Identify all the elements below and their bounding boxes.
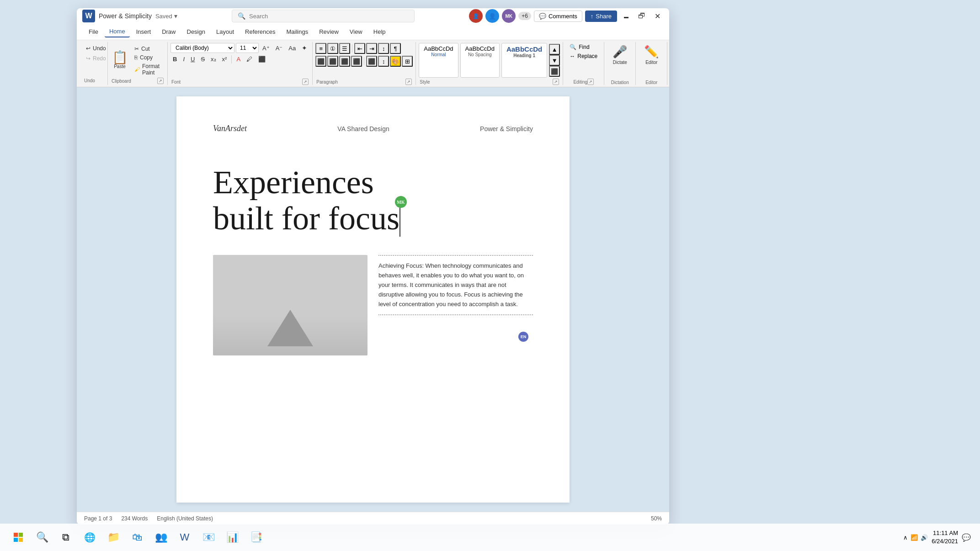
taskbar-excel[interactable]: 📊	[223, 528, 241, 546]
taskbar-store[interactable]: 🛍	[128, 528, 146, 546]
line-spacing-button[interactable]: ↕	[378, 56, 389, 67]
font-case-button[interactable]: Aa	[286, 44, 298, 53]
collaborator-badge-mk: MK	[395, 196, 407, 208]
body-text[interactable]: Achieving Focus: When technology communi…	[378, 261, 533, 309]
chevron-icon[interactable]: ∧	[903, 534, 908, 541]
style-no-spacing[interactable]: AaBbCcDd No Spacing	[460, 43, 500, 78]
paste-button[interactable]: 📋 Paste	[110, 43, 130, 77]
editor-button[interactable]: ✏️ Editor	[640, 43, 662, 67]
shading-button[interactable]: 🎨	[390, 56, 401, 67]
menu-draw[interactable]: Draw	[157, 26, 180, 37]
taskbar-teams[interactable]: 👥	[152, 528, 170, 546]
taskbar-edge[interactable]: 🌐	[80, 528, 99, 546]
underline-button[interactable]: U	[188, 55, 197, 64]
columns-button[interactable]: ⬛	[366, 56, 377, 67]
paragraph-expand-button[interactable]: ↗	[405, 79, 412, 85]
redo-button[interactable]: ↪ Redo	[83, 54, 105, 63]
italic-button[interactable]: I	[181, 55, 187, 64]
style-expand-button[interactable]: ↗	[553, 79, 559, 85]
document-heading[interactable]: Experiences built for focus MK	[213, 164, 533, 237]
multilevel-button[interactable]: ☰	[339, 43, 350, 54]
menu-home[interactable]: Home	[105, 26, 130, 37]
style-up-button[interactable]: ▲	[549, 44, 560, 55]
numbering-button[interactable]: ①	[327, 43, 338, 54]
close-button[interactable]: ✕	[651, 10, 664, 22]
bold-button[interactable]: B	[170, 55, 179, 64]
time-display: 11:11 AM	[932, 529, 958, 537]
text-highlight-button[interactable]: ⬛	[256, 55, 268, 64]
wifi-icon[interactable]: 📶	[911, 534, 918, 541]
volume-icon[interactable]: 🔊	[921, 534, 928, 541]
share-button[interactable]: ↑ Share	[585, 11, 617, 22]
style-heading1[interactable]: AaBbCcDd Heading 1	[501, 43, 547, 78]
dictate-icon: 🎤	[612, 45, 627, 59]
menu-file[interactable]: File	[84, 26, 103, 37]
avatar-user1: 👤	[469, 9, 483, 23]
strikethrough-button[interactable]: S	[198, 55, 207, 64]
font-decrease-button[interactable]: A⁻	[273, 44, 285, 53]
document-page[interactable]: VanArsdet VA Shared Design Power & Simpl…	[176, 96, 570, 503]
font-clear-button[interactable]: ✦	[299, 43, 309, 53]
taskbar-search[interactable]: 🔍	[33, 528, 51, 546]
notification-button[interactable]: 💬	[962, 533, 971, 542]
search-box[interactable]: 🔍	[232, 10, 415, 22]
subscript-button[interactable]: x₂	[208, 55, 218, 64]
task-view-button[interactable]: ⧉	[57, 528, 75, 546]
font-color-button[interactable]: A	[234, 55, 243, 64]
taskbar-word[interactable]: W	[176, 528, 194, 546]
search-icon: 🔍	[238, 12, 245, 20]
menu-layout[interactable]: Layout	[212, 26, 239, 37]
paragraph-group: ≡ ① ☰ ⇤ ⇥ ↕ ¶ ⬛ ⬛ ⬛ ⬛ ⬛ ↕ 🎨 ⊞ Par	[313, 42, 416, 85]
clipboard-sub-buttons: ✂ Cut ⎘ Copy 🖌 Format Paint	[132, 43, 165, 77]
align-left-button[interactable]: ⬛	[315, 56, 326, 67]
taskbar-file-explorer[interactable]: 📁	[104, 528, 122, 546]
align-center-button[interactable]: ⬛	[327, 56, 338, 67]
menu-mailings[interactable]: Mailings	[282, 26, 313, 37]
clipboard-expand[interactable]: ↗	[157, 78, 164, 84]
align-right-button[interactable]: ⬛	[339, 56, 350, 67]
replace-button[interactable]: ↔ Replace	[568, 52, 599, 60]
style-normal[interactable]: AaBbCcDd Normal	[419, 43, 458, 78]
word-logo: W	[82, 10, 95, 22]
style-down-button[interactable]: ▼	[549, 55, 560, 66]
superscript-button[interactable]: x²	[220, 55, 229, 64]
cut-button[interactable]: ✂ Cut	[132, 45, 165, 53]
restore-button[interactable]: 🗗	[635, 10, 648, 22]
menu-view[interactable]: View	[345, 26, 367, 37]
show-formatting-button[interactable]: ¶	[390, 43, 401, 54]
format-paint-button[interactable]: 🖌 Format Paint	[132, 62, 165, 77]
menu-references[interactable]: References	[240, 26, 280, 37]
dictate-button[interactable]: 🎤 Dictate	[609, 43, 631, 67]
comments-button[interactable]: 💬 Comments	[534, 11, 582, 22]
font-group: Calibri (Body) 11 A⁺ A⁻ Aa ✦ B I U S x₂ …	[168, 42, 313, 85]
ribbon: ↩ Undo ↪ Redo Undo 📋 Paste	[77, 40, 669, 87]
font-expand-button[interactable]: ↗	[302, 79, 309, 85]
justify-button[interactable]: ⬛	[351, 56, 362, 67]
taskbar-outlook[interactable]: 📧	[199, 528, 218, 546]
increase-indent-button[interactable]: ⇥	[366, 43, 377, 54]
menu-insert[interactable]: Insert	[132, 26, 156, 37]
sort-button[interactable]: ↕	[378, 43, 389, 54]
start-button[interactable]	[9, 528, 27, 546]
font-family-select[interactable]: Calibri (Body)	[170, 43, 234, 53]
decrease-indent-button[interactable]: ⇤	[354, 43, 365, 54]
menu-help[interactable]: Help	[369, 26, 390, 37]
font-increase-button[interactable]: A⁺	[260, 44, 272, 53]
search-input[interactable]	[249, 13, 409, 20]
copy-button[interactable]: ⎘ Copy	[132, 53, 165, 62]
font-size-select[interactable]: 11	[236, 43, 259, 53]
word-count: 234 Words	[121, 515, 148, 522]
editing-expand-button[interactable]: ↗	[587, 79, 594, 85]
menu-review[interactable]: Review	[314, 26, 343, 37]
borders-button[interactable]: ⊞	[402, 56, 413, 67]
style-more-button[interactable]: ⬛	[549, 66, 560, 77]
find-button[interactable]: 🔍 Find	[568, 43, 599, 51]
title-line1: Experiences	[213, 164, 374, 201]
taskbar-powerpoint[interactable]: 📑	[247, 528, 265, 546]
menu-design[interactable]: Design	[182, 26, 210, 37]
minimize-button[interactable]: 🗕	[620, 10, 633, 22]
highlight-button[interactable]: 🖊	[244, 55, 255, 64]
top-divider	[378, 255, 533, 256]
undo-button[interactable]: ↩ Undo	[83, 44, 105, 53]
bullets-button[interactable]: ≡	[315, 43, 326, 54]
